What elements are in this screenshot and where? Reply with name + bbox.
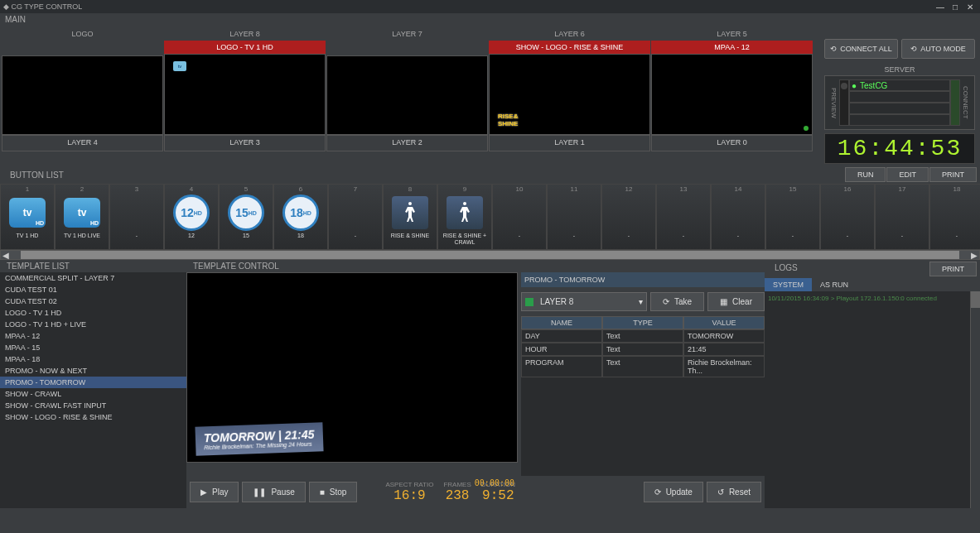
layer-header: LOGO bbox=[2, 27, 163, 41]
button-item[interactable]: 412HD12 bbox=[164, 184, 219, 250]
layer-column[interactable]: LAYER 8 LOGO - TV 1 HD tv bbox=[164, 27, 326, 135]
layer-bottom-header[interactable]: LAYER 4 bbox=[2, 135, 163, 151]
frames-value: 238 bbox=[443, 488, 471, 503]
param-row[interactable]: PROGRAMTextRichie Brockelman: Th... bbox=[521, 356, 765, 377]
run-button[interactable]: RUN bbox=[845, 167, 886, 182]
button-item[interactable]: 8RISE & SHINE bbox=[383, 184, 437, 250]
preview-timecode: 00:00:00 bbox=[475, 478, 514, 487]
param-name: DAY bbox=[521, 329, 602, 343]
button-item[interactable]: 16- bbox=[820, 184, 875, 250]
template-item[interactable]: CUDA TEST 01 bbox=[0, 284, 186, 295]
template-item[interactable]: MPAA - 18 bbox=[0, 353, 186, 365]
button-item[interactable]: 1tvHDTV 1 HD bbox=[0, 184, 55, 250]
layer-bottom-header[interactable]: LAYER 1 bbox=[489, 135, 650, 151]
reset-button[interactable]: ↺Reset bbox=[707, 482, 761, 502]
button-icon: 18HD bbox=[280, 194, 321, 231]
button-item[interactable]: 2tvHDTV 1 HD LIVE bbox=[55, 184, 109, 250]
layer-column[interactable]: LAYER 7 bbox=[326, 27, 488, 135]
button-item[interactable]: 17- bbox=[875, 184, 929, 250]
template-item[interactable]: PROMO - NOW & NEXT bbox=[0, 365, 186, 377]
layer-column[interactable]: LAYER 5 MPAA - 12 bbox=[651, 27, 813, 135]
button-item[interactable]: 10- bbox=[492, 184, 547, 250]
aspect-value: 16:9 bbox=[385, 488, 433, 503]
template-item[interactable]: COMMERCIAL SPLIT - LAYER 7 bbox=[0, 272, 186, 284]
button-item[interactable]: 515HD15 bbox=[219, 184, 273, 250]
preview-indicator[interactable] bbox=[839, 79, 849, 126]
param-value[interactable]: 21:45 bbox=[683, 343, 765, 356]
layer-bottom-header[interactable]: LAYER 3 bbox=[164, 135, 326, 151]
param-row[interactable]: DAYTextTOMORROW bbox=[521, 329, 765, 343]
server-row[interactable] bbox=[849, 91, 950, 103]
play-button[interactable]: ▶Play bbox=[190, 482, 239, 502]
template-item[interactable]: LOGO - TV 1 HD + LIVE bbox=[0, 319, 186, 330]
button-icon bbox=[827, 194, 868, 231]
template-item[interactable]: MPAA - 15 bbox=[0, 342, 186, 353]
button-item[interactable]: 11- bbox=[547, 184, 601, 250]
update-button[interactable]: ⟳Update bbox=[644, 482, 703, 502]
print-button[interactable]: PRINT bbox=[929, 167, 977, 182]
pause-button[interactable]: ❚❚Pause bbox=[242, 482, 305, 502]
close-button[interactable]: ✕ bbox=[963, 2, 977, 12]
stop-button[interactable]: ■Stop bbox=[309, 482, 358, 502]
button-list-scrollbar[interactable]: ◀▶ bbox=[0, 250, 980, 260]
button-item[interactable]: 3- bbox=[109, 184, 164, 250]
log-tab-system[interactable]: SYSTEM bbox=[765, 278, 812, 291]
layer-bottom-header[interactable]: LAYER 2 bbox=[326, 135, 488, 151]
param-value[interactable]: TOMORROW bbox=[683, 329, 765, 343]
template-item[interactable]: LOGO - TV 1 HD bbox=[0, 307, 186, 319]
log-tab-asrun[interactable]: AS RUN bbox=[812, 278, 857, 291]
connect-all-button[interactable]: ⟲CONNECT ALL bbox=[824, 39, 898, 59]
button-item[interactable]: 618HD18 bbox=[273, 184, 328, 250]
server-row[interactable] bbox=[849, 103, 950, 114]
button-item[interactable]: 14- bbox=[711, 184, 765, 250]
col-type: TYPE bbox=[602, 316, 683, 329]
template-item[interactable]: SHOW - LOGO - RISE & SHINE bbox=[0, 411, 186, 423]
template-item[interactable]: PROMO - TOMORROW bbox=[0, 377, 186, 388]
button-icon bbox=[444, 194, 485, 231]
param-value[interactable]: Richie Brockelman: Th... bbox=[683, 356, 765, 377]
button-item[interactable]: 12- bbox=[601, 184, 656, 250]
layer-title bbox=[326, 41, 488, 55]
layer-select[interactable]: LAYER 8 ▾ bbox=[521, 292, 647, 311]
template-item[interactable]: SHOW - CRAWL bbox=[0, 388, 186, 400]
chevron-down-icon: ▾ bbox=[639, 297, 643, 306]
server-row[interactable]: ● TestCG bbox=[849, 79, 950, 91]
button-item[interactable]: 7- bbox=[328, 184, 383, 250]
minimize-button[interactable]: — bbox=[934, 2, 947, 12]
layer-preview[interactable] bbox=[651, 54, 813, 135]
pause-icon: ❚❚ bbox=[253, 487, 266, 497]
promo-overlay: TOMORROW | 21:45 Richie Brockelman: The … bbox=[195, 422, 323, 455]
edit-button[interactable]: EDIT bbox=[886, 167, 929, 182]
button-icon bbox=[663, 194, 704, 231]
layer-column[interactable]: LAYER 6 SHOW - LOGO - RISE & SHINE RISE&… bbox=[489, 27, 650, 135]
button-item[interactable]: 9RISE & SHINE + CRAWL bbox=[437, 184, 492, 250]
button-list-label: BUTTON LIST bbox=[3, 169, 70, 181]
template-item[interactable]: SHOW - CRAWL FAST INPUT bbox=[0, 400, 186, 411]
connect-indicator[interactable] bbox=[950, 79, 960, 126]
log-scrollbar[interactable] bbox=[970, 291, 980, 508]
template-item[interactable]: CUDA TEST 02 bbox=[0, 295, 186, 307]
param-type: Text bbox=[602, 343, 683, 356]
button-icon bbox=[772, 194, 813, 231]
layer-preview[interactable] bbox=[2, 55, 163, 135]
layer-title: SHOW - LOGO - RISE & SHINE bbox=[489, 41, 650, 54]
param-row[interactable]: HOURText21:45 bbox=[521, 343, 765, 356]
button-icon bbox=[881, 194, 923, 231]
button-item[interactable]: 13- bbox=[656, 184, 711, 250]
server-label: SERVER bbox=[824, 64, 975, 75]
layer-column[interactable]: LOGO bbox=[2, 27, 163, 135]
button-item[interactable]: 15- bbox=[765, 184, 820, 250]
clear-button[interactable]: ▦Clear bbox=[707, 292, 765, 311]
template-item[interactable]: MPAA - 12 bbox=[0, 330, 186, 342]
layer-preview[interactable]: tv bbox=[164, 54, 326, 135]
layer-preview[interactable]: RISE&SHINE bbox=[489, 54, 650, 135]
layer-bottom-header[interactable]: LAYER 0 bbox=[651, 135, 813, 151]
maximize-button[interactable]: □ bbox=[949, 2, 962, 12]
button-item[interactable]: 18- bbox=[929, 184, 980, 250]
server-row[interactable] bbox=[849, 114, 950, 126]
take-button[interactable]: ⟳Take bbox=[650, 292, 704, 311]
logs-print-button[interactable]: PRINT bbox=[929, 262, 977, 276]
auto-mode-button[interactable]: ⟲AUTO MODE bbox=[901, 39, 975, 59]
layer-preview[interactable] bbox=[326, 55, 488, 135]
clear-icon: ▦ bbox=[720, 297, 727, 306]
